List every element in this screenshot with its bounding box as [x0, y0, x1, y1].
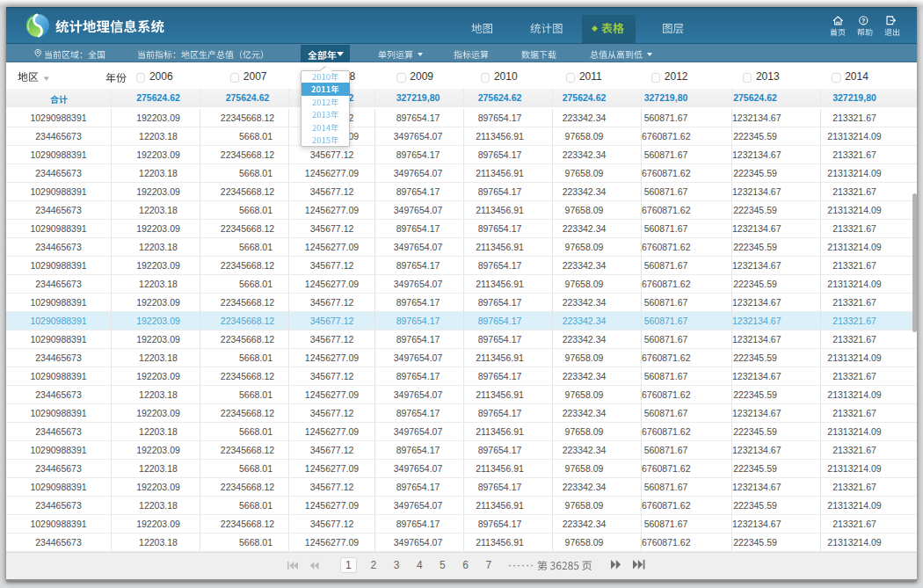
svg-text:?: ? [861, 18, 865, 24]
